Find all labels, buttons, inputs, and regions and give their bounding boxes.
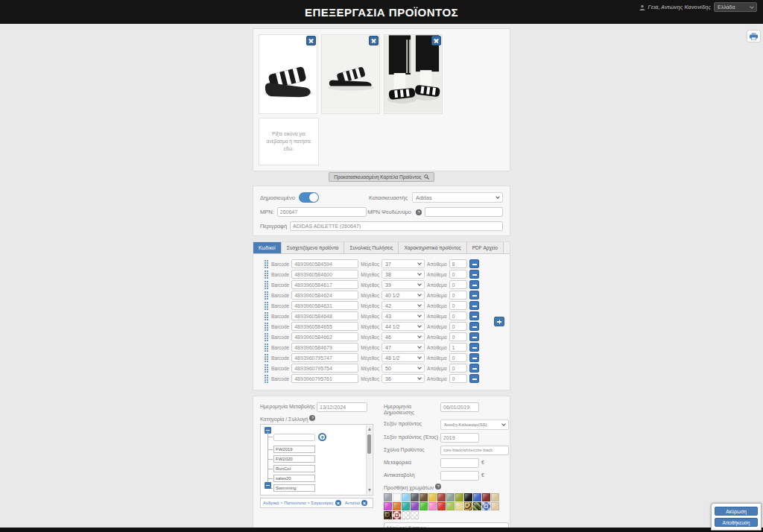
published-toggle[interactable] <box>299 192 319 203</box>
size-select[interactable]: 48 1/2 <box>382 353 425 362</box>
color-swatch[interactable] <box>491 502 499 510</box>
size-select[interactable]: 47 <box>382 343 425 352</box>
mpn-input[interactable] <box>277 207 367 217</box>
tab-item[interactable]: Κωδικοί <box>253 242 282 253</box>
scroll-down-icon[interactable] <box>368 489 371 492</box>
drag-handle-icon[interactable] <box>264 364 269 373</box>
drag-handle-icon[interactable] <box>264 332 269 341</box>
description-input[interactable] <box>290 221 503 231</box>
remove-variant-button[interactable] <box>469 270 479 279</box>
product-image-3[interactable] <box>384 34 443 114</box>
color-swatch[interactable] <box>428 502 437 510</box>
print-button[interactable] <box>747 31 760 42</box>
help-icon[interactable] <box>416 209 422 215</box>
remove-variant-button[interactable] <box>469 322 479 331</box>
scrollbar-thumb[interactable] <box>367 434 371 454</box>
drag-handle-icon[interactable] <box>264 353 269 362</box>
size-select[interactable]: 36 <box>382 374 425 383</box>
image-dropzone[interactable]: Ρίξτε εικόνα για ανέβασμα ή πατήστε εδώ. <box>259 118 319 165</box>
help-icon[interactable] <box>435 484 441 490</box>
drag-handle-icon[interactable] <box>264 322 269 331</box>
size-select[interactable]: 42 <box>382 301 425 310</box>
tree-item[interactable]: FW2020 <box>273 455 315 463</box>
language-select[interactable]: Ελλάδα <box>714 2 757 12</box>
stock-input[interactable] <box>449 364 467 373</box>
stock-input[interactable] <box>449 374 467 383</box>
remove-variant-button[interactable] <box>469 301 479 310</box>
drag-handle-icon[interactable] <box>264 259 269 268</box>
barcode-input[interactable] <box>291 301 358 310</box>
color-swatch[interactable] <box>411 502 419 510</box>
color-swatch[interactable] <box>437 502 446 510</box>
color-swatch[interactable] <box>402 502 410 510</box>
barcode-input[interactable] <box>291 291 358 300</box>
size-select[interactable]: 43 <box>382 311 425 320</box>
category-link[interactable]: Ανταλία <box>345 500 367 506</box>
remove-image-3-button[interactable] <box>431 36 441 45</box>
drag-handle-icon[interactable] <box>264 291 269 300</box>
tree-item[interactable]: RunCol <box>273 465 315 472</box>
color-swatch[interactable] <box>393 511 401 519</box>
size-select[interactable]: 37 <box>382 259 425 268</box>
product-image-2[interactable] <box>321 34 380 114</box>
tab-item[interactable]: Χαρακτηριστικά προϊόντος <box>399 242 466 253</box>
tab-item[interactable]: PDF Αρχείο <box>467 242 504 253</box>
save-button[interactable]: Αποθήκευση <box>715 518 758 527</box>
remove-category-icon[interactable] <box>361 500 367 506</box>
size-select[interactable]: 40 1/2 <box>382 291 425 300</box>
stock-input[interactable] <box>449 322 467 331</box>
color-swatch[interactable] <box>420 493 428 501</box>
tab-item[interactable]: Συνολικές Πωλήσεις <box>344 242 399 253</box>
stock-input[interactable] <box>449 291 467 300</box>
drag-handle-icon[interactable] <box>264 343 269 352</box>
stock-input[interactable] <box>449 280 467 289</box>
tab-item[interactable]: Συσχετιζόμενα προϊόντα <box>282 242 345 253</box>
stock-input[interactable] <box>449 343 467 352</box>
remove-image-2-button[interactable] <box>369 36 379 45</box>
color-swatch[interactable] <box>384 511 392 519</box>
scroll-up-icon[interactable] <box>368 428 371 431</box>
color-swatch[interactable] <box>491 493 499 501</box>
drag-handle-icon[interactable] <box>264 270 269 279</box>
color-swatch[interactable] <box>437 493 446 501</box>
add-category-icon[interactable] <box>318 433 326 441</box>
color-swatch[interactable] <box>402 493 410 501</box>
drag-handle-icon[interactable] <box>264 301 269 310</box>
collapse-icon[interactable] <box>265 482 271 489</box>
color-swatch[interactable] <box>455 493 463 501</box>
remove-variant-button[interactable] <box>469 343 479 352</box>
manufacturer-select[interactable]: Adidas <box>412 192 503 203</box>
season-select[interactable]: Άνοιξη-Καλοκαίρι(SS) <box>440 419 509 430</box>
color-swatch[interactable] <box>420 502 428 510</box>
stock-input[interactable] <box>449 259 467 268</box>
drag-handle-icon[interactable] <box>264 311 269 320</box>
color-swatch[interactable] <box>428 493 437 501</box>
category-link[interactable]: Ανδρικά > Παπούτσια > Σαγιονάρες <box>263 500 341 506</box>
stock-input[interactable] <box>449 301 467 310</box>
color-swatch[interactable] <box>473 502 481 510</box>
color-swatch[interactable] <box>446 493 455 501</box>
remove-variant-button[interactable] <box>469 353 479 362</box>
barcode-input[interactable] <box>291 259 358 268</box>
remove-variant-button[interactable] <box>469 259 479 268</box>
color-swatch[interactable] <box>482 502 490 510</box>
shipping-input[interactable] <box>440 458 479 468</box>
size-select[interactable]: 46 <box>382 332 425 341</box>
season-year-input[interactable] <box>440 433 479 443</box>
color-swatch[interactable] <box>393 493 401 501</box>
barcode-input[interactable] <box>291 311 358 320</box>
remove-variant-button[interactable] <box>469 311 479 320</box>
barcode-input[interactable] <box>291 353 358 362</box>
stock-input[interactable] <box>449 311 467 320</box>
published-date-input[interactable] <box>440 402 479 412</box>
color-swatch[interactable] <box>402 511 410 519</box>
tree-scrollbar[interactable] <box>366 425 372 494</box>
add-variant-button[interactable] <box>494 317 504 326</box>
size-select[interactable]: 39 <box>382 280 425 289</box>
color-swatch[interactable] <box>384 493 392 501</box>
barcode-input[interactable] <box>291 364 358 373</box>
barcode-input[interactable] <box>291 332 358 341</box>
barcode-input[interactable] <box>291 270 358 279</box>
remove-variant-button[interactable] <box>469 364 479 373</box>
remove-variant-button[interactable] <box>469 332 479 341</box>
